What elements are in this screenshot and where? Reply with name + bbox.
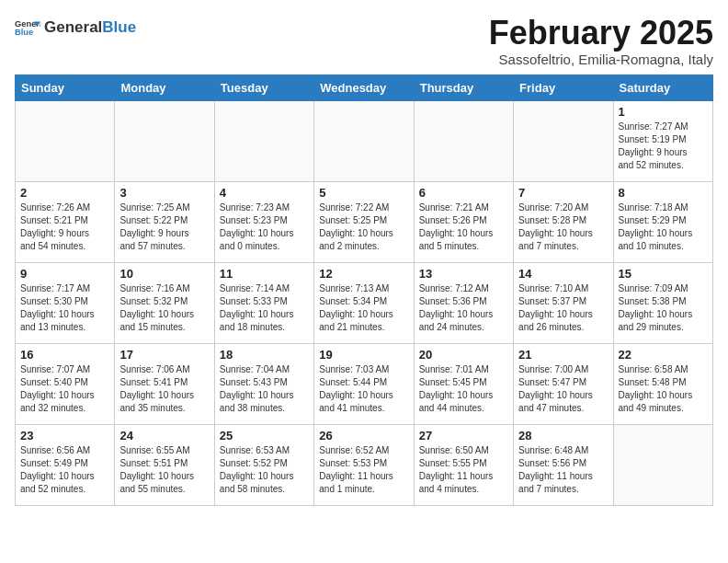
day-info: Sunrise: 7:26 AM Sunset: 5:21 PM Dayligh… <box>20 201 109 253</box>
day-number: 20 <box>419 348 508 362</box>
day-info: Sunrise: 7:21 AM Sunset: 5:26 PM Dayligh… <box>419 201 508 253</box>
day-info: Sunrise: 7:23 AM Sunset: 5:23 PM Dayligh… <box>220 201 309 253</box>
day-info: Sunrise: 7:01 AM Sunset: 5:45 PM Dayligh… <box>419 363 508 415</box>
day-cell: 24Sunrise: 6:55 AM Sunset: 5:51 PM Dayli… <box>115 424 214 505</box>
day-number: 15 <box>619 267 708 281</box>
calendar-subtitle: Sassofeltrio, Emilia-Romagna, Italy <box>489 52 713 67</box>
day-cell: 22Sunrise: 6:58 AM Sunset: 5:48 PM Dayli… <box>613 343 712 424</box>
day-number: 27 <box>419 429 508 442</box>
day-number: 25 <box>220 429 309 442</box>
day-cell: 11Sunrise: 7:14 AM Sunset: 5:33 PM Dayli… <box>214 262 313 343</box>
day-info: Sunrise: 7:27 AM Sunset: 5:19 PM Dayligh… <box>619 121 708 172</box>
day-info: Sunrise: 6:55 AM Sunset: 5:51 PM Dayligh… <box>119 444 209 496</box>
day-cell: 2Sunrise: 7:26 AM Sunset: 5:21 PM Daylig… <box>16 181 115 262</box>
day-info: Sunrise: 7:14 AM Sunset: 5:33 PM Dayligh… <box>220 282 309 334</box>
day-number: 22 <box>619 348 708 362</box>
weekday-header: SundayMondayTuesdayWednesdayThursdayFrid… <box>16 75 713 100</box>
day-cell <box>613 424 712 505</box>
day-number: 14 <box>518 267 608 281</box>
day-number: 1 <box>619 105 708 119</box>
day-number: 12 <box>319 267 408 281</box>
day-cell <box>314 100 414 181</box>
day-info: Sunrise: 7:16 AM Sunset: 5:32 PM Dayligh… <box>119 282 209 334</box>
day-cell: 16Sunrise: 7:07 AM Sunset: 5:40 PM Dayli… <box>16 343 115 424</box>
day-number: 24 <box>119 429 209 442</box>
day-info: Sunrise: 7:22 AM Sunset: 5:25 PM Dayligh… <box>319 201 408 253</box>
day-info: Sunrise: 7:13 AM Sunset: 5:34 PM Dayligh… <box>319 282 408 334</box>
day-cell: 14Sunrise: 7:10 AM Sunset: 5:37 PM Dayli… <box>514 262 613 343</box>
day-cell <box>414 100 513 181</box>
week-row-3: 9Sunrise: 7:17 AM Sunset: 5:30 PM Daylig… <box>16 262 713 343</box>
day-info: Sunrise: 7:10 AM Sunset: 5:37 PM Dayligh… <box>518 282 608 334</box>
day-cell: 1Sunrise: 7:27 AM Sunset: 5:19 PM Daylig… <box>613 100 712 181</box>
day-cell <box>115 100 214 181</box>
day-number: 8 <box>619 186 708 200</box>
day-number: 9 <box>20 267 109 281</box>
day-info: Sunrise: 7:04 AM Sunset: 5:43 PM Dayligh… <box>220 363 309 415</box>
day-info: Sunrise: 7:25 AM Sunset: 5:22 PM Dayligh… <box>119 201 209 253</box>
day-cell: 12Sunrise: 7:13 AM Sunset: 5:34 PM Dayli… <box>314 262 414 343</box>
day-info: Sunrise: 6:58 AM Sunset: 5:48 PM Dayligh… <box>619 363 708 415</box>
day-info: Sunrise: 7:00 AM Sunset: 5:47 PM Dayligh… <box>518 363 608 415</box>
day-cell: 8Sunrise: 7:18 AM Sunset: 5:29 PM Daylig… <box>613 181 712 262</box>
day-number: 18 <box>220 348 309 362</box>
logo-general: General <box>44 18 102 36</box>
day-cell: 6Sunrise: 7:21 AM Sunset: 5:26 PM Daylig… <box>414 181 513 262</box>
header: General Blue GeneralBlue February 2025 S… <box>15 15 713 67</box>
day-info: Sunrise: 7:12 AM Sunset: 5:36 PM Dayligh… <box>419 282 508 334</box>
day-cell <box>514 100 613 181</box>
day-info: Sunrise: 7:09 AM Sunset: 5:38 PM Dayligh… <box>619 282 708 334</box>
day-number: 11 <box>220 267 309 281</box>
day-number: 4 <box>220 186 309 200</box>
logo-blue: Blue <box>102 18 136 36</box>
day-cell: 15Sunrise: 7:09 AM Sunset: 5:38 PM Dayli… <box>613 262 712 343</box>
day-number: 7 <box>518 186 608 200</box>
week-row-5: 23Sunrise: 6:56 AM Sunset: 5:49 PM Dayli… <box>16 424 713 505</box>
week-row-2: 2Sunrise: 7:26 AM Sunset: 5:21 PM Daylig… <box>16 181 713 262</box>
weekday-monday: Monday <box>115 75 214 100</box>
day-number: 23 <box>20 429 109 442</box>
day-number: 5 <box>319 186 408 200</box>
day-cell: 13Sunrise: 7:12 AM Sunset: 5:36 PM Dayli… <box>414 262 513 343</box>
day-info: Sunrise: 6:53 AM Sunset: 5:52 PM Dayligh… <box>220 444 309 496</box>
day-number: 21 <box>518 348 608 362</box>
day-number: 28 <box>518 429 608 442</box>
weekday-saturday: Saturday <box>613 75 712 100</box>
day-info: Sunrise: 6:50 AM Sunset: 5:55 PM Dayligh… <box>419 444 508 496</box>
weekday-sunday: Sunday <box>16 75 115 100</box>
day-cell: 21Sunrise: 7:00 AM Sunset: 5:47 PM Dayli… <box>514 343 613 424</box>
day-cell: 5Sunrise: 7:22 AM Sunset: 5:25 PM Daylig… <box>314 181 414 262</box>
day-info: Sunrise: 7:17 AM Sunset: 5:30 PM Dayligh… <box>20 282 109 334</box>
day-cell: 10Sunrise: 7:16 AM Sunset: 5:32 PM Dayli… <box>115 262 214 343</box>
weekday-wednesday: Wednesday <box>314 75 414 100</box>
day-info: Sunrise: 7:20 AM Sunset: 5:28 PM Dayligh… <box>518 201 608 253</box>
day-number: 3 <box>119 186 209 200</box>
svg-text:Blue: Blue <box>15 28 33 37</box>
logo-icon: General Blue <box>15 15 40 40</box>
day-cell: 27Sunrise: 6:50 AM Sunset: 5:55 PM Dayli… <box>414 424 513 505</box>
title-area: February 2025 Sassofeltrio, Emilia-Romag… <box>489 15 713 67</box>
calendar-body: 1Sunrise: 7:27 AM Sunset: 5:19 PM Daylig… <box>16 100 713 505</box>
day-number: 10 <box>119 267 209 281</box>
logo: General Blue GeneralBlue <box>15 15 136 40</box>
day-cell: 17Sunrise: 7:06 AM Sunset: 5:41 PM Dayli… <box>115 343 214 424</box>
day-number: 16 <box>20 348 109 362</box>
day-cell <box>16 100 115 181</box>
day-cell: 19Sunrise: 7:03 AM Sunset: 5:44 PM Dayli… <box>314 343 414 424</box>
day-cell: 25Sunrise: 6:53 AM Sunset: 5:52 PM Dayli… <box>214 424 313 505</box>
day-cell: 23Sunrise: 6:56 AM Sunset: 5:49 PM Dayli… <box>16 424 115 505</box>
day-number: 19 <box>319 348 408 362</box>
day-cell: 18Sunrise: 7:04 AM Sunset: 5:43 PM Dayli… <box>214 343 313 424</box>
day-info: Sunrise: 6:52 AM Sunset: 5:53 PM Dayligh… <box>319 444 408 496</box>
day-cell: 3Sunrise: 7:25 AM Sunset: 5:22 PM Daylig… <box>115 181 214 262</box>
day-cell: 7Sunrise: 7:20 AM Sunset: 5:28 PM Daylig… <box>514 181 613 262</box>
calendar-title: February 2025 <box>489 15 713 52</box>
weekday-friday: Friday <box>514 75 613 100</box>
week-row-1: 1Sunrise: 7:27 AM Sunset: 5:19 PM Daylig… <box>16 100 713 181</box>
day-info: Sunrise: 7:03 AM Sunset: 5:44 PM Dayligh… <box>319 363 408 415</box>
day-cell: 20Sunrise: 7:01 AM Sunset: 5:45 PM Dayli… <box>414 343 513 424</box>
day-info: Sunrise: 7:06 AM Sunset: 5:41 PM Dayligh… <box>119 363 209 415</box>
day-cell: 4Sunrise: 7:23 AM Sunset: 5:23 PM Daylig… <box>214 181 313 262</box>
day-number: 13 <box>419 267 508 281</box>
day-info: Sunrise: 6:56 AM Sunset: 5:49 PM Dayligh… <box>20 444 109 496</box>
